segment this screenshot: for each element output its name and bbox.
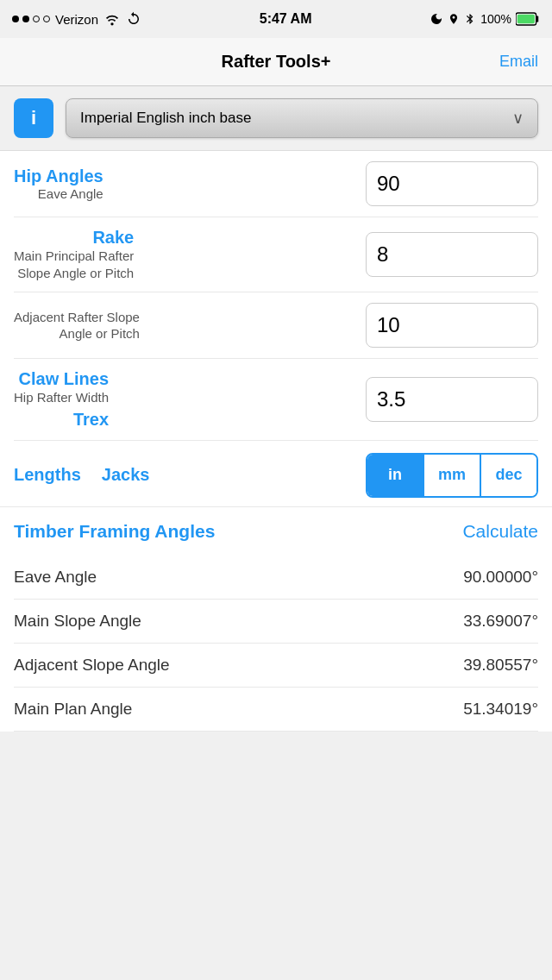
info-button[interactable]: i (14, 98, 53, 138)
signal-dot-3 (33, 16, 40, 22)
hip-rafter-sublabel: Hip Rafter Width (14, 389, 109, 406)
moon-icon (430, 12, 443, 26)
signal-dot-4 (43, 16, 50, 22)
status-bar: Verizon 5:47 AM 100% (0, 0, 552, 38)
info-icon: i (31, 107, 36, 129)
signal-dot-2 (22, 16, 29, 22)
claw-lines-label: Claw Lines (19, 369, 109, 389)
wifi-icon (104, 12, 121, 26)
battery-label: 100% (480, 12, 511, 26)
timber-section: Timber Framing Angles Calculate Eave Ang… (0, 506, 552, 732)
eave-angle-sublabel: Eave Angle (38, 186, 104, 201)
calculate-button[interactable]: Calculate (462, 521, 538, 542)
trex-label: Trex (73, 410, 109, 430)
result-eave-angle-label: Eave Angle (14, 568, 97, 587)
bluetooth-icon (464, 12, 476, 26)
hip-rafter-label-group: Claw Lines Hip Rafter Width Trex (14, 369, 109, 430)
result-eave-angle: Eave Angle 90.00000° (14, 556, 538, 600)
adjacent-rafter-label-group: Adjacent Rafter SlopeAngle or Pitch (14, 309, 140, 342)
jacks-label: Jacks (102, 465, 150, 485)
svg-rect-2 (518, 15, 535, 24)
status-time: 5:47 AM (260, 11, 312, 27)
status-left: Verizon (12, 11, 141, 27)
result-adjacent-slope: Adjacent Slope Angle 39.80557° (14, 644, 538, 688)
result-main-slope-value: 33.69007° (463, 612, 538, 631)
unit-selector[interactable]: Imperial English inch base ∨ (66, 98, 538, 138)
lengths-label: Lengths (14, 465, 81, 485)
main-rafter-label-group: Rake Main Principal RafterSlope Angle or… (14, 228, 134, 281)
chevron-down-icon: ∨ (512, 109, 524, 128)
timber-header: Timber Framing Angles Calculate (14, 521, 538, 542)
timber-title: Timber Framing Angles (14, 521, 215, 542)
unit-in-button[interactable]: in (367, 455, 424, 496)
eave-angle-row: Hip Angles Eave Angle (14, 151, 538, 217)
form-section: Hip Angles Eave Angle Rake Main Principa… (0, 151, 552, 506)
units-labels: Lengths Jacks (14, 465, 149, 485)
adjacent-rafter-sublabel: Adjacent Rafter SlopeAngle or Pitch (14, 309, 140, 342)
carrier-label: Verizon (55, 12, 98, 27)
units-row: Lengths Jacks in mm dec (14, 441, 538, 506)
result-main-plan-value: 51.34019° (463, 700, 538, 719)
result-main-slope: Main Slope Angle 33.69007° (14, 600, 538, 644)
top-controls: i Imperial English inch base ∨ (0, 86, 552, 151)
result-adjacent-slope-label: Adjacent Slope Angle (14, 656, 170, 675)
main-rafter-row: Rake Main Principal RafterSlope Angle or… (14, 217, 538, 292)
eave-angle-input[interactable] (366, 161, 538, 206)
result-adjacent-slope-value: 39.80557° (463, 656, 538, 675)
svg-rect-1 (536, 16, 539, 22)
unit-selector-label: Imperial English inch base (80, 110, 251, 127)
adjacent-rafter-row: Adjacent Rafter SlopeAngle or Pitch (14, 292, 538, 359)
hip-rafter-row: Claw Lines Hip Rafter Width Trex (14, 359, 538, 441)
result-eave-angle-value: 90.00000° (463, 568, 538, 587)
signal-dots (12, 16, 50, 22)
unit-dec-button[interactable]: dec (481, 455, 536, 496)
units-toggle: in mm dec (366, 453, 538, 498)
unit-mm-button[interactable]: mm (424, 455, 481, 496)
result-main-slope-label: Main Slope Angle (14, 612, 141, 631)
result-main-plan: Main Plan Angle 51.34019° (14, 688, 538, 732)
signal-dot-1 (12, 16, 19, 22)
adjacent-rafter-input[interactable] (366, 303, 538, 348)
hip-rafter-input[interactable] (366, 377, 538, 422)
location-icon (448, 12, 460, 26)
rake-label: Rake (92, 228, 134, 248)
main-rafter-sublabel: Main Principal RafterSlope Angle or Pitc… (14, 248, 134, 281)
nav-title: Rafter Tools+ (222, 52, 331, 72)
result-main-plan-label: Main Plan Angle (14, 700, 132, 719)
status-right: 100% (430, 12, 540, 26)
email-button[interactable]: Email (499, 53, 538, 71)
refresh-icon (126, 11, 141, 27)
main-rafter-input[interactable] (366, 232, 538, 277)
nav-bar: Rafter Tools+ Email (0, 38, 552, 86)
battery-icon (516, 12, 540, 26)
eave-label-group: Hip Angles Eave Angle (14, 166, 104, 201)
hip-angles-label: Hip Angles (14, 166, 104, 186)
